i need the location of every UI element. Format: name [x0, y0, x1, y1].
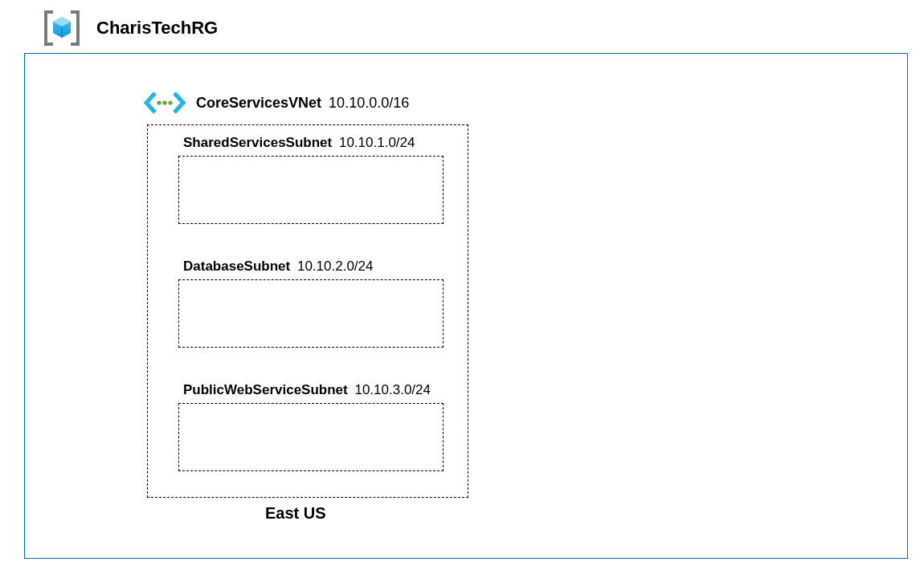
subnet-container	[178, 279, 444, 348]
subnet-cidr: 10.10.3.0/24	[354, 382, 431, 397]
resource-group-icon	[40, 6, 84, 50]
subnet-container	[178, 156, 444, 224]
svg-point-3	[157, 100, 161, 104]
resource-group-header: CharisTechRG	[40, 6, 218, 50]
vnet-name: CoreServicesVNet	[196, 95, 321, 111]
svg-point-5	[168, 100, 172, 104]
vnet-header: CoreServicesVNet 10.10.0.0/16	[143, 87, 409, 119]
subnet-label: SharedServicesSubnet 10.10.1.0/24	[183, 135, 444, 151]
subnet-label: PublicWebServiceSubnet 10.10.3.0/24	[183, 382, 444, 398]
subnet-label: DatabaseSubnet 10.10.2.0/24	[183, 259, 444, 275]
resource-group-name: CharisTechRG	[96, 18, 218, 39]
vnet-cidr: 10.10.0.0/16	[329, 95, 409, 111]
subnet-cidr: 10.10.1.0/24	[339, 135, 415, 150]
vnet-region: East US	[265, 504, 326, 523]
subnet-container	[178, 403, 444, 471]
subnet-name: DatabaseSubnet	[183, 259, 290, 274]
subnet-cidr: 10.10.2.0/24	[297, 259, 374, 274]
subnet-public-web-service: PublicWebServiceSubnet 10.10.3.0/24	[178, 382, 444, 471]
vnet-title: CoreServicesVNet 10.10.0.0/16	[196, 95, 409, 112]
subnet-shared-services: SharedServicesSubnet 10.10.1.0/24	[178, 135, 444, 224]
virtual-network-icon	[143, 87, 186, 119]
subnet-name: PublicWebServiceSubnet	[183, 382, 348, 397]
subnet-name: SharedServicesSubnet	[183, 135, 332, 150]
subnet-database: DatabaseSubnet 10.10.2.0/24	[178, 259, 444, 348]
svg-point-4	[162, 100, 166, 104]
